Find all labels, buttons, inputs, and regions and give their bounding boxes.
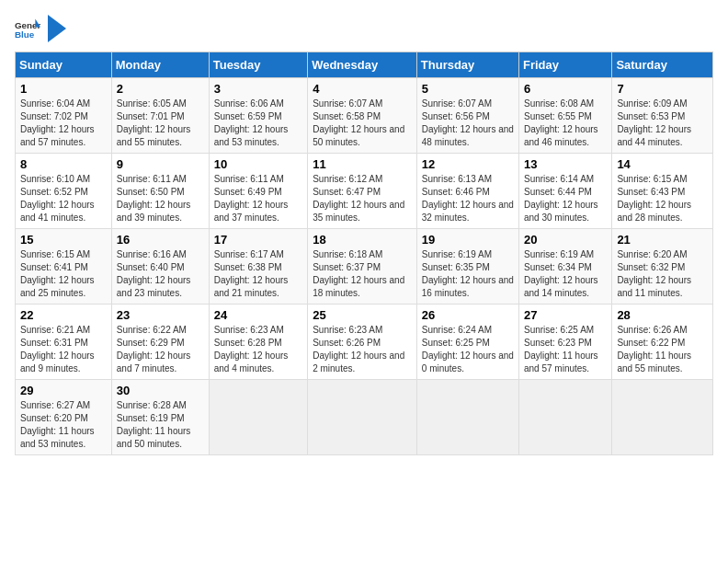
day-number: 10 (214, 157, 302, 171)
calendar-cell: 19 Sunrise: 6:19 AM Sunset: 6:35 PM Dayl… (416, 229, 518, 304)
day-info: Sunrise: 6:20 AM Sunset: 6:32 PM Dayligh… (617, 248, 708, 300)
calendar-cell (209, 380, 307, 455)
calendar-cell: 20 Sunrise: 6:19 AM Sunset: 6:34 PM Dayl… (518, 229, 611, 304)
calendar-cell: 6 Sunrise: 6:08 AM Sunset: 6:55 PM Dayli… (518, 78, 611, 154)
calendar-header: SundayMondayTuesdayWednesdayThursdayFrid… (16, 52, 713, 78)
day-info: Sunrise: 6:10 AM Sunset: 6:52 PM Dayligh… (20, 173, 107, 224)
calendar-week-4: 22 Sunrise: 6:21 AM Sunset: 6:31 PM Dayl… (16, 304, 713, 380)
calendar-cell: 16 Sunrise: 6:16 AM Sunset: 6:40 PM Dayl… (111, 229, 209, 304)
day-info: Sunrise: 6:13 AM Sunset: 6:46 PM Dayligh… (422, 173, 514, 224)
day-info: Sunrise: 6:09 AM Sunset: 6:53 PM Dayligh… (617, 98, 708, 149)
calendar-cell: 24 Sunrise: 6:23 AM Sunset: 6:28 PM Dayl… (209, 304, 307, 380)
day-info: Sunrise: 6:05 AM Sunset: 7:01 PM Dayligh… (117, 98, 204, 149)
day-info: Sunrise: 6:26 AM Sunset: 6:22 PM Dayligh… (617, 324, 708, 375)
calendar-cell (308, 380, 417, 455)
calendar-cell (416, 380, 518, 455)
calendar-cell: 17 Sunrise: 6:17 AM Sunset: 6:38 PM Dayl… (209, 229, 307, 304)
day-number: 22 (20, 308, 107, 322)
calendar-cell: 26 Sunrise: 6:24 AM Sunset: 6:25 PM Dayl… (416, 304, 518, 380)
calendar-week-3: 15 Sunrise: 6:15 AM Sunset: 6:41 PM Dayl… (16, 229, 713, 304)
day-number: 18 (313, 233, 412, 247)
day-info: Sunrise: 6:24 AM Sunset: 6:25 PM Dayligh… (422, 324, 514, 375)
day-info: Sunrise: 6:17 AM Sunset: 6:38 PM Dayligh… (214, 248, 302, 300)
day-number: 3 (214, 82, 302, 96)
calendar-cell: 8 Sunrise: 6:10 AM Sunset: 6:52 PM Dayli… (16, 154, 112, 229)
day-info: Sunrise: 6:19 AM Sunset: 6:35 PM Dayligh… (422, 248, 514, 300)
svg-text:Blue: Blue (15, 29, 35, 40)
day-number: 23 (117, 308, 204, 322)
logo: General Blue (15, 15, 66, 42)
day-number: 21 (617, 233, 708, 247)
calendar-cell: 2 Sunrise: 6:05 AM Sunset: 7:01 PM Dayli… (111, 78, 209, 154)
logo-triangle-icon (48, 15, 66, 42)
day-number: 8 (20, 157, 107, 171)
day-info: Sunrise: 6:21 AM Sunset: 6:31 PM Dayligh… (20, 324, 107, 375)
day-number: 13 (524, 157, 607, 171)
logo-icon: General Blue (15, 16, 40, 41)
day-info: Sunrise: 6:18 AM Sunset: 6:37 PM Dayligh… (313, 248, 412, 300)
day-info: Sunrise: 6:04 AM Sunset: 7:02 PM Dayligh… (20, 98, 107, 149)
calendar-cell: 7 Sunrise: 6:09 AM Sunset: 6:53 PM Dayli… (612, 78, 713, 154)
day-number: 25 (313, 308, 412, 322)
day-number: 4 (313, 82, 412, 96)
day-info: Sunrise: 6:06 AM Sunset: 6:59 PM Dayligh… (214, 98, 302, 149)
calendar-cell: 15 Sunrise: 6:15 AM Sunset: 6:41 PM Dayl… (16, 229, 112, 304)
day-info: Sunrise: 6:22 AM Sunset: 6:29 PM Dayligh… (117, 324, 204, 375)
day-info: Sunrise: 6:19 AM Sunset: 6:34 PM Dayligh… (524, 248, 607, 300)
day-info: Sunrise: 6:23 AM Sunset: 6:26 PM Dayligh… (313, 324, 412, 375)
calendar-cell: 4 Sunrise: 6:07 AM Sunset: 6:58 PM Dayli… (308, 78, 417, 154)
calendar-cell: 3 Sunrise: 6:06 AM Sunset: 6:59 PM Dayli… (209, 78, 307, 154)
calendar-cell: 13 Sunrise: 6:14 AM Sunset: 6:44 PM Dayl… (518, 154, 611, 229)
page-header: General Blue (15, 15, 713, 42)
day-info: Sunrise: 6:11 AM Sunset: 6:50 PM Dayligh… (117, 173, 204, 224)
day-number: 15 (20, 233, 107, 247)
calendar-cell: 25 Sunrise: 6:23 AM Sunset: 6:26 PM Dayl… (308, 304, 417, 380)
day-info: Sunrise: 6:07 AM Sunset: 6:56 PM Dayligh… (422, 98, 514, 149)
day-info: Sunrise: 6:27 AM Sunset: 6:20 PM Dayligh… (20, 399, 107, 451)
calendar-table: SundayMondayTuesdayWednesdayThursdayFrid… (15, 52, 713, 455)
calendar-cell: 12 Sunrise: 6:13 AM Sunset: 6:46 PM Dayl… (416, 154, 518, 229)
calendar-cell (612, 380, 713, 455)
calendar-week-2: 8 Sunrise: 6:10 AM Sunset: 6:52 PM Dayli… (16, 154, 713, 229)
day-info: Sunrise: 6:07 AM Sunset: 6:58 PM Dayligh… (313, 98, 412, 149)
day-number: 17 (214, 233, 302, 247)
calendar-cell: 9 Sunrise: 6:11 AM Sunset: 6:50 PM Dayli… (111, 154, 209, 229)
day-info: Sunrise: 6:15 AM Sunset: 6:41 PM Dayligh… (20, 248, 107, 300)
day-info: Sunrise: 6:14 AM Sunset: 6:44 PM Dayligh… (524, 173, 607, 224)
day-number: 5 (422, 82, 514, 96)
day-number: 24 (214, 308, 302, 322)
calendar-cell: 27 Sunrise: 6:25 AM Sunset: 6:23 PM Dayl… (518, 304, 611, 380)
day-info: Sunrise: 6:25 AM Sunset: 6:23 PM Dayligh… (524, 324, 607, 375)
day-number: 9 (117, 157, 204, 171)
day-info: Sunrise: 6:15 AM Sunset: 6:43 PM Dayligh… (617, 173, 708, 224)
calendar-cell: 30 Sunrise: 6:28 AM Sunset: 6:19 PM Dayl… (111, 380, 209, 455)
day-info: Sunrise: 6:08 AM Sunset: 6:55 PM Dayligh… (524, 98, 607, 149)
day-number: 19 (422, 233, 514, 247)
day-number: 30 (117, 384, 204, 397)
day-number: 28 (617, 308, 708, 322)
day-number: 1 (20, 82, 107, 96)
day-info: Sunrise: 6:12 AM Sunset: 6:47 PM Dayligh… (313, 173, 412, 224)
day-number: 27 (524, 308, 607, 322)
calendar-cell: 11 Sunrise: 6:12 AM Sunset: 6:47 PM Dayl… (308, 154, 417, 229)
day-info: Sunrise: 6:28 AM Sunset: 6:19 PM Dayligh… (117, 399, 204, 451)
day-number: 2 (117, 82, 204, 96)
day-info: Sunrise: 6:23 AM Sunset: 6:28 PM Dayligh… (214, 324, 302, 375)
day-number: 16 (117, 233, 204, 247)
calendar-week-5: 29 Sunrise: 6:27 AM Sunset: 6:20 PM Dayl… (16, 380, 713, 455)
day-number: 7 (617, 82, 708, 96)
weekday-header-wednesday: Wednesday (308, 52, 417, 78)
calendar-cell: 1 Sunrise: 6:04 AM Sunset: 7:02 PM Dayli… (16, 78, 112, 154)
weekday-header-saturday: Saturday (612, 52, 713, 78)
weekday-header-monday: Monday (111, 52, 209, 78)
calendar-cell: 14 Sunrise: 6:15 AM Sunset: 6:43 PM Dayl… (612, 154, 713, 229)
day-info: Sunrise: 6:11 AM Sunset: 6:49 PM Dayligh… (214, 173, 302, 224)
calendar-cell: 18 Sunrise: 6:18 AM Sunset: 6:37 PM Dayl… (308, 229, 417, 304)
weekday-header-tuesday: Tuesday (209, 52, 307, 78)
calendar-cell: 22 Sunrise: 6:21 AM Sunset: 6:31 PM Dayl… (16, 304, 112, 380)
day-number: 6 (524, 82, 607, 96)
day-number: 12 (422, 157, 514, 171)
day-number: 14 (617, 157, 708, 171)
weekday-header-friday: Friday (518, 52, 611, 78)
calendar-cell: 21 Sunrise: 6:20 AM Sunset: 6:32 PM Dayl… (612, 229, 713, 304)
